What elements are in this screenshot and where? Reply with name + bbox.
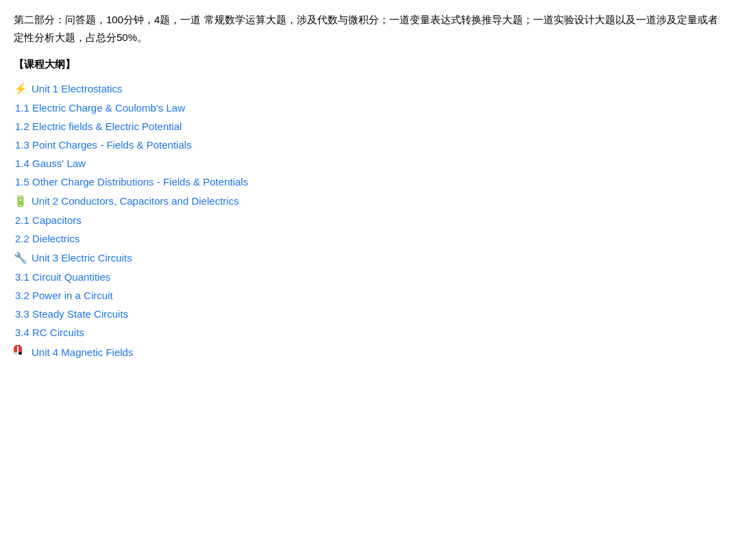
topic-item: 1.3 Point Charges - Fields & Potentials (14, 139, 726, 151)
topic-link[interactable]: 1.2 Electric fields & Electric Potential (15, 120, 182, 132)
topic-link[interactable]: 1.1 Electric Charge & Coulomb's Law (15, 102, 185, 114)
topic-link[interactable]: 2.2 Dielectrics (15, 233, 79, 244)
unit-link-unit4[interactable]: Unit 4 Magnetic Fields (32, 346, 133, 358)
topic-item: 1.2 Electric fields & Electric Potential (14, 120, 726, 132)
topic-link[interactable]: 3.3 Steady State Circuits (15, 308, 128, 320)
topic-item: 2.1 Capacitors (14, 214, 726, 226)
svg-rect-4 (18, 352, 22, 355)
topic-link[interactable]: 1.4 Gauss' Law (15, 157, 86, 169)
topic-link[interactable]: 3.1 Circuit Quantities (15, 271, 110, 283)
topic-link[interactable]: 3.2 Power in a Circuit (15, 290, 113, 301)
unit-icon-unit3: 🔧 (14, 251, 27, 264)
topic-item: 2.2 Dielectrics (14, 233, 726, 244)
unit-heading-unit2: 🔋Unit 2 Conductors, Capacitors and Diele… (14, 194, 726, 207)
topic-link[interactable]: 1.3 Point Charges - Fields & Potentials (15, 139, 192, 151)
unit-heading-unit3: 🔧Unit 3 Electric Circuits (14, 251, 726, 264)
units-container: ⚡Unit 1 Electrostatics1.1 Electric Charg… (14, 82, 726, 359)
unit-link-unit2[interactable]: Unit 2 Conductors, Capacitors and Dielec… (32, 195, 239, 207)
unit-link-unit1[interactable]: Unit 1 Electrostatics (32, 83, 123, 94)
topic-item: 1.1 Electric Charge & Coulomb's Law (14, 102, 726, 114)
topic-item: 1.5 Other Charge Distributions - Fields … (14, 176, 726, 188)
topic-item: 1.4 Gauss' Law (14, 157, 726, 169)
topic-link[interactable]: 2.1 Capacitors (15, 214, 82, 226)
intro-paragraph: 第二部分：问答题，100分钟，4题，一道 常规数学运算大题，涉及代数与微积分；一… (14, 11, 726, 46)
unit-icon-unit1: ⚡ (14, 82, 27, 95)
topic-item: 3.1 Circuit Quantities (14, 271, 726, 283)
unit-heading-unit1: ⚡Unit 1 Electrostatics (14, 82, 726, 95)
magnet-svg-icon (14, 345, 27, 356)
topic-item: 3.3 Steady State Circuits (14, 308, 726, 320)
syllabus-header: 【课程大纲】 (14, 58, 726, 71)
unit-link-unit3[interactable]: Unit 3 Electric Circuits (32, 252, 132, 264)
topic-item: 3.4 RC Circuits (14, 327, 726, 338)
topic-link[interactable]: 3.4 RC Circuits (15, 327, 84, 338)
topic-item: 3.2 Power in a Circuit (14, 290, 726, 301)
unit-icon-unit2: 🔋 (14, 194, 27, 207)
topic-link[interactable]: 1.5 Other Charge Distributions - Fields … (15, 176, 248, 188)
unit-icon-unit4 (14, 345, 27, 359)
svg-rect-2 (14, 352, 17, 353)
unit-heading-unit4: Unit 4 Magnetic Fields (14, 345, 726, 359)
